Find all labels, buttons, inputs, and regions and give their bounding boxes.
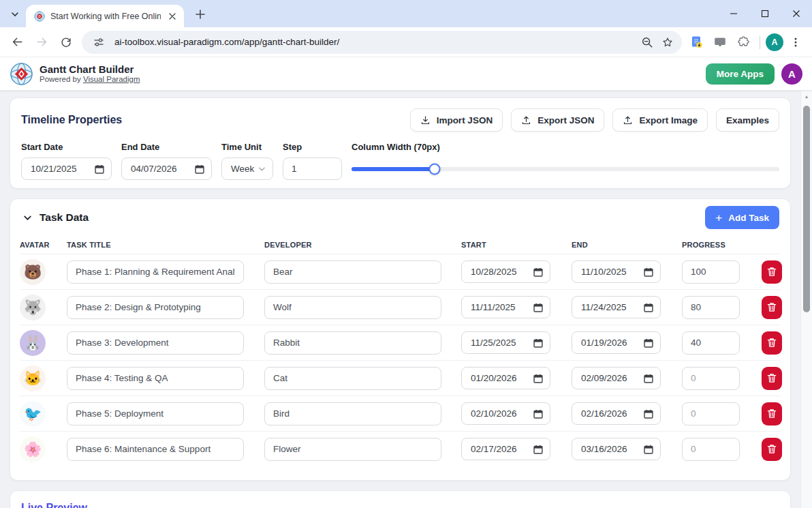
tab-title: Start Working with Free Online [50,12,161,21]
calendar-icon[interactable] [533,445,543,454]
zoom-button[interactable] [637,32,657,53]
task-end-date-input[interactable]: 01/19/2026 [572,331,661,354]
delete-task-button[interactable] [762,402,782,425]
examples-button[interactable]: Examples [716,108,779,132]
browser-profile-avatar[interactable]: A [766,33,783,51]
step-input[interactable] [283,158,342,180]
window-close-button[interactable] [781,0,812,27]
task-title-input[interactable] [67,402,244,425]
browser-menu-button[interactable] [785,31,807,53]
calendar-icon[interactable] [644,409,653,419]
task-start-date-input[interactable]: 01/20/2026 [461,367,550,389]
task-end-date-input[interactable]: 03/16/2026 [572,438,661,460]
delete-task-button[interactable] [762,260,782,284]
task-progress-input[interactable] [682,402,740,425]
calendar-icon[interactable] [533,409,543,419]
task-developer-input[interactable] [264,438,441,461]
window-minimize-button[interactable] [718,0,749,27]
browser-tab[interactable]: Start Working with Free Online [26,5,184,27]
task-title-input[interactable] [67,331,244,355]
calendar-icon[interactable] [533,338,543,348]
calendar-icon[interactable] [644,338,653,348]
task-start-date-input[interactable]: 02/17/2026 [461,438,550,460]
calendar-icon[interactable] [95,164,104,174]
trash-icon [767,267,777,277]
extensions-puzzle-icon[interactable] [732,31,754,53]
calendar-icon[interactable] [644,445,653,454]
task-developer-input[interactable] [264,367,441,390]
task-title-input[interactable] [67,438,244,461]
task-developer-input[interactable] [264,260,441,284]
calendar-icon[interactable] [644,267,653,277]
delete-task-button[interactable] [762,367,782,390]
add-task-button[interactable]: + Add Task [705,206,779,229]
url-text[interactable]: ai-toolbox.visual-paradigm.com/app/gantt… [114,37,637,47]
delete-task-button[interactable] [762,438,782,461]
task-end-date-input[interactable]: 02/16/2026 [572,402,661,425]
tab-search-button[interactable] [7,6,23,23]
column-width-slider[interactable] [352,158,779,180]
comment-extension-icon[interactable] [709,31,731,53]
task-progress-input[interactable] [682,296,740,319]
address-bar[interactable]: ai-toolbox.visual-paradigm.com/app/gantt… [82,31,682,54]
site-info-button[interactable] [89,32,109,53]
tab-close-button[interactable] [166,10,178,23]
new-tab-button[interactable] [192,6,208,23]
start-date-value: 02/17/2026 [471,444,517,454]
task-progress-input[interactable] [682,260,740,284]
forward-button[interactable] [30,31,53,54]
task-title-input[interactable] [67,260,244,284]
calendar-icon[interactable] [644,303,653,312]
more-apps-button[interactable]: More Apps [706,63,775,85]
task-developer-input[interactable] [264,296,441,319]
task-rows: 🐻 10/28/2025 11/10/2025 🐺 [20,254,781,466]
task-progress-input[interactable] [682,438,740,461]
task-developer-input[interactable] [264,331,441,355]
calendar-icon[interactable] [533,303,543,312]
calendar-icon[interactable] [644,374,653,383]
task-end-date-input[interactable]: 11/10/2025 [572,260,661,283]
task-end-date-input[interactable]: 11/24/2025 [572,296,661,318]
avatar-emoji: 🐰 [24,335,42,351]
task-title-input[interactable] [67,367,244,390]
visual-paradigm-link[interactable]: Visual Paradigm [83,75,140,83]
export-image-button[interactable]: Export Image [612,108,708,132]
end-date-input[interactable]: 04/07/2026 [121,158,212,180]
task-developer-input[interactable] [264,402,441,425]
back-button[interactable] [5,31,29,54]
task-title-input[interactable] [67,296,244,319]
task-start-date-input[interactable]: 11/25/2025 [461,331,550,354]
task-start-date-input[interactable]: 10/28/2025 [461,260,550,283]
task-start-date-input[interactable]: 02/10/2026 [461,402,550,425]
window-maximize-button[interactable] [749,0,781,27]
task-progress-input[interactable] [682,367,740,390]
kebab-menu-icon [790,37,801,48]
import-json-button[interactable]: Import JSON [410,108,503,132]
scrollbar-up-arrow-icon[interactable]: ▲ [801,94,812,99]
slider-track[interactable] [352,167,779,171]
powered-by-text: Powered by [40,75,81,83]
delete-task-button[interactable] [762,331,782,355]
page-scrollbar[interactable]: ▲ [800,91,812,508]
collapse-section-button[interactable] [19,209,35,226]
task-end-date-input[interactable]: 02/09/2026 [572,367,661,389]
calendar-icon[interactable] [533,267,543,277]
scrollbar-thumb[interactable] [803,106,810,312]
start-date-input[interactable]: 10/21/2025 [21,158,112,180]
user-avatar[interactable]: A [781,63,802,85]
reload-button[interactable] [54,31,78,54]
task-start-date-input[interactable]: 11/11/2025 [461,296,550,318]
slider-thumb[interactable] [429,163,441,175]
calendar-icon[interactable] [533,374,543,383]
export-json-button[interactable]: Export JSON [511,108,604,132]
column-width-label: Column Width (70px) [352,142,779,152]
trash-icon [767,338,777,348]
time-unit-select[interactable]: Week [221,158,273,180]
docs-offline-extension-icon[interactable] [686,31,708,53]
trash-icon [767,302,777,312]
task-progress-input[interactable] [682,331,740,355]
delete-task-button[interactable] [762,296,782,319]
calendar-icon[interactable] [195,164,204,174]
avatar-emoji: 🌸 [24,441,42,458]
bookmark-button[interactable] [657,32,678,53]
